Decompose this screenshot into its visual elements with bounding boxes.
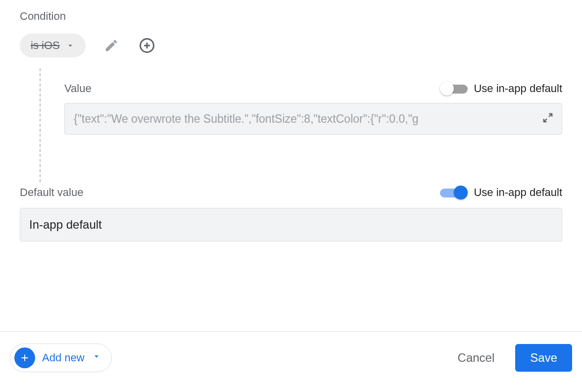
chevron-down-icon bbox=[66, 41, 75, 50]
value-use-default-toggle[interactable] bbox=[440, 83, 468, 95]
condition-timeline: Value Use in-app default bbox=[40, 61, 572, 182]
add-new-button[interactable]: Add new bbox=[10, 343, 112, 372]
default-value-label: Default value bbox=[20, 186, 83, 199]
save-button[interactable]: Save bbox=[515, 344, 572, 372]
default-value-text: In-app default bbox=[29, 218, 102, 232]
default-value-input[interactable]: In-app default bbox=[20, 208, 562, 242]
default-use-default-toggle[interactable] bbox=[440, 187, 468, 198]
add-circle-icon[interactable] bbox=[137, 36, 157, 55]
condition-chip-label: is iOS bbox=[31, 39, 60, 52]
cancel-button[interactable]: Cancel bbox=[452, 346, 501, 370]
expand-icon[interactable] bbox=[541, 111, 555, 127]
tree-connector bbox=[40, 68, 41, 182]
default-use-default-label: Use in-app default bbox=[474, 186, 562, 199]
value-input[interactable] bbox=[74, 112, 532, 126]
edit-icon[interactable] bbox=[101, 36, 121, 55]
condition-section-label: Condition bbox=[20, 10, 572, 23]
footer: Add new Cancel Save bbox=[0, 331, 582, 372]
value-input-container bbox=[64, 103, 562, 135]
chevron-down-icon bbox=[92, 351, 101, 364]
value-label: Value bbox=[64, 82, 92, 95]
condition-chip[interactable]: is iOS bbox=[20, 34, 86, 57]
plus-icon bbox=[14, 347, 35, 368]
add-new-label: Add new bbox=[42, 351, 85, 364]
value-use-default-label: Use in-app default bbox=[474, 82, 562, 95]
condition-row: is iOS bbox=[20, 34, 572, 57]
